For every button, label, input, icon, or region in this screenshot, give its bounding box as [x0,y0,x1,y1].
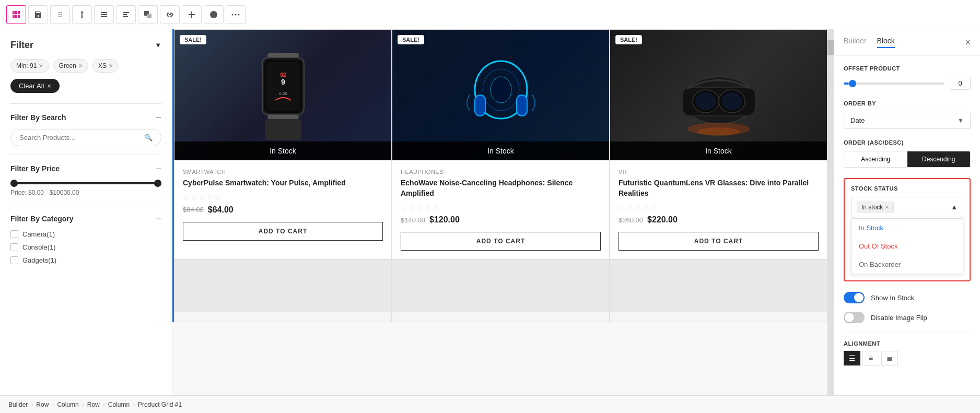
offset-slider[interactable] [844,82,944,85]
stock-tag-badge: In stock × [857,202,894,213]
filter-search-header[interactable]: Filter By Search − [10,112,161,123]
category-label-gadgets: Gadgets(1) [22,256,56,264]
order-by-select[interactable]: Date ▼ [844,112,971,129]
category-label-console: Console(1) [22,243,56,251]
toggle-ascending[interactable]: Ascending [844,151,907,167]
panel-close-button[interactable]: × [965,37,971,48]
price-range: Price: $0.00 - $10000.00 [10,182,161,196]
filter-price-toggle: − [155,163,161,174]
offset-slider-thumb[interactable] [849,80,856,87]
category-item-camera[interactable]: Camera(1) [10,230,161,238]
breadcrumb-column-1[interactable]: Column [57,401,78,408]
toolbar-more-btn[interactable] [226,5,246,24]
tab-block[interactable]: Block [877,37,895,48]
price-slider-thumb-left[interactable] [10,180,18,187]
svg-rect-30 [267,115,299,119]
stock-status-label: STOCK STATUS [851,185,963,192]
toolbar-align-center-btn[interactable] [94,5,114,24]
filter-tag-min91: Min: 91 × [10,59,49,73]
filter-price-header[interactable]: Filter By Price − [10,163,161,174]
right-panel: Builder Block × OFFSET PRODUCT 0 [834,29,980,395]
price-slider-track[interactable] [10,182,161,184]
filter-tag-remove-green[interactable]: × [78,62,83,70]
stock-dropdown-open: In Stock Out Of Stock On Backorder [851,218,963,274]
alignment-btn-center[interactable]: ≡ [862,351,879,365]
filter-tag-remove-min91[interactable]: × [39,62,43,70]
product-info-3: VR Futuristic QuantumLens VR Glasses: Di… [610,160,827,259]
stock-badge-3: In Stock [610,141,827,160]
stock-tag-remove-icon[interactable]: × [885,203,889,211]
svg-text:9: 9 [281,78,285,86]
category-checkbox-console[interactable] [10,243,18,251]
product-stars-3: ☆☆☆☆☆ [619,203,819,211]
svg-point-9 [61,14,62,15]
price-slider-thumb-right[interactable] [154,180,161,187]
price-original-2: $140.00 [401,216,425,224]
scrollbar[interactable] [827,29,834,395]
svg-rect-33 [475,95,485,116]
filter-category-header[interactable]: Filter By Category − [10,214,161,224]
toolbar-grid-btn[interactable] [6,5,26,24]
toolbar-settings-btn[interactable] [204,5,224,24]
add-to-cart-btn-3[interactable]: ADD TO CART [619,232,819,251]
price-original-3: $260.00 [619,216,643,224]
svg-rect-12 [101,12,107,13]
svg-rect-15 [123,12,129,13]
svg-point-36 [491,77,511,103]
product-info-2: HEADPHONES EchoWave Noise-Canceling Head… [392,160,609,259]
breadcrumb: Builder › Row › Column › Row › Column › … [0,395,980,413]
disable-image-flip-label: Disable Image Flip [871,314,927,322]
price-original-1: $84.00 [183,206,204,214]
alignment-btn-left[interactable]: ☰ [844,351,860,365]
alignment-btn-right[interactable]: ≣ [881,351,898,365]
order-by-label: ORDER BY [844,100,971,107]
breadcrumb-column-2[interactable]: Column [108,401,130,408]
toolbar-layers-btn[interactable] [138,5,158,24]
category-checkbox-camera[interactable] [10,230,18,238]
alignment-options: ☰ ≡ ≣ [844,351,971,365]
filter-icon: ▼ [155,41,161,49]
toolbar-link-btn[interactable] [160,5,180,24]
category-item-console[interactable]: Console(1) [10,243,161,251]
vr-illustration [672,43,766,147]
svg-rect-1 [15,11,17,14]
clear-all-icon: × [47,82,51,90]
toolbar-save-btn[interactable] [28,5,48,24]
show-in-stock-knob [854,293,864,302]
svg-rect-3 [13,15,15,18]
filter-category-title: Filter By Category [10,215,74,223]
breadcrumb-product-grid[interactable]: Product Grid #1 [138,401,182,408]
stock-option-outofstock[interactable]: Out Of Stock [851,237,963,255]
toggle-descending[interactable]: Descending [907,151,971,167]
category-item-gadgets[interactable]: Gadgets(1) [10,256,161,264]
breadcrumb-builder[interactable]: Builder [8,401,28,408]
breadcrumb-row-1[interactable]: Row [36,401,49,408]
tab-builder[interactable]: Builder [844,37,867,48]
category-list: Camera(1) Console(1) Gadgets(1) [10,230,161,264]
add-to-cart-btn-2[interactable]: ADD TO CART [401,232,601,251]
toolbar-arrows-btn[interactable] [72,5,92,24]
product-card-5 [392,259,610,322]
disable-image-flip-toggle[interactable] [844,312,865,323]
stock-option-backorder[interactable]: On Backorder [851,255,963,274]
svg-text:0:20: 0:20 [279,91,287,96]
toolbar-expand-btn[interactable] [182,5,202,24]
filter-tag-label: XS [98,62,107,69]
search-input[interactable] [19,134,140,141]
offset-value[interactable]: 0 [950,77,971,90]
stock-option-instock[interactable]: In Stock [851,219,963,237]
breadcrumb-row-2[interactable]: Row [87,401,100,408]
search-icon: 🔍 [144,134,153,141]
toolbar-align-left-btn[interactable] [116,5,136,24]
filter-price-section: Filter By Price − Price: $0.00 - $10000.… [10,155,161,205]
stock-status-dropdown[interactable]: In stock × ▲ [851,197,963,217]
toolbar-drag-btn[interactable] [50,5,70,24]
add-to-cart-btn-1[interactable]: ADD TO CART [183,222,383,241]
filter-tag-remove-xs[interactable]: × [109,62,113,70]
product-category-1: SMARTWATCH [183,169,383,175]
show-in-stock-toggle[interactable] [844,292,865,303]
clear-all-button[interactable]: Clear All × [10,79,60,93]
category-checkbox-gadgets[interactable] [10,256,18,264]
scrollbar-thumb[interactable] [827,40,834,55]
filter-tag-green: Green × [53,59,89,73]
